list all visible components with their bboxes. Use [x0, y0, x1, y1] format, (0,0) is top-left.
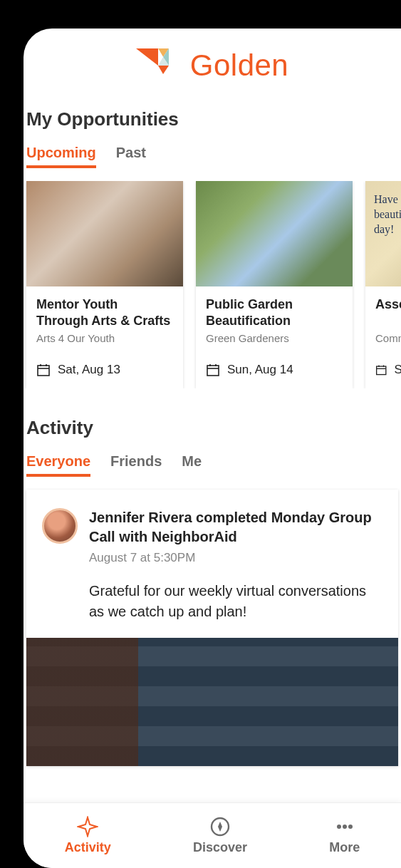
feed-header-text: Jennifer Rivera completed Monday Group C… — [89, 508, 382, 565]
calendar-icon — [206, 363, 220, 377]
activity-heading: Activity — [24, 417, 401, 439]
opportunity-title: Assemble & Deliver — [375, 296, 401, 329]
opportunity-card[interactable]: Mentor Youth Through Arts & Crafts Arts … — [26, 181, 183, 388]
opportunity-organization: Community — [375, 332, 401, 344]
note-handwriting: Have a beautiful day! — [374, 192, 401, 237]
more-icon — [334, 816, 355, 837]
svg-point-20 — [337, 825, 341, 829]
opportunity-organization: Green Gardeners — [206, 332, 343, 344]
bottom-nav: Activity Discover More — [24, 802, 401, 868]
svg-marker-0 — [136, 48, 158, 66]
app-screen: Golden My Opportunities Upcoming Past Me… — [24, 29, 401, 868]
opportunity-date: Sat — [394, 363, 401, 377]
tab-upcoming[interactable]: Upcoming — [26, 145, 96, 168]
calendar-icon — [36, 363, 51, 377]
opportunities-heading: My Opportunities — [24, 108, 401, 130]
feed-headline: Jennifer Rivera completed Monday Group C… — [89, 508, 382, 547]
tab-friends[interactable]: Friends — [110, 453, 162, 477]
svg-point-22 — [348, 825, 353, 829]
opportunity-image — [196, 181, 353, 286]
sparkle-icon — [77, 816, 98, 837]
opportunity-date-row: Sat — [375, 363, 401, 377]
opportunity-organization: Arts 4 Our Youth — [36, 332, 173, 344]
nav-activity[interactable]: Activity — [65, 816, 111, 855]
tab-me[interactable]: Me — [182, 453, 202, 477]
opportunity-image — [26, 181, 183, 286]
opportunity-date-row: Sun, Aug 14 — [206, 363, 343, 377]
svg-rect-10 — [207, 366, 219, 376]
opportunity-card[interactable]: Have a beautiful day! Assemble & Deliver… — [365, 181, 401, 388]
feed-header: Jennifer Rivera completed Monday Group C… — [42, 508, 382, 565]
brand-logo-icon — [136, 48, 180, 83]
opportunity-card[interactable]: Public Garden Beautification Green Garde… — [196, 181, 353, 388]
svg-marker-5 — [158, 66, 169, 74]
opportunity-title: Public Garden Beautification — [206, 296, 343, 329]
tab-everyone[interactable]: Everyone — [26, 453, 90, 477]
opportunity-body: Assemble & Deliver Community Sat — [365, 286, 401, 388]
nav-label: More — [329, 840, 360, 855]
opportunity-image: Have a beautiful day! — [365, 181, 401, 286]
opportunity-date-row: Sat, Aug 13 — [36, 363, 173, 377]
svg-rect-14 — [377, 366, 386, 375]
activity-tabs: Everyone Friends Me — [24, 453, 401, 477]
nav-more[interactable]: More — [329, 816, 360, 855]
brand-header: Golden — [24, 48, 401, 83]
nav-discover[interactable]: Discover — [193, 816, 247, 855]
svg-point-21 — [343, 825, 347, 829]
nav-label: Activity — [65, 840, 111, 855]
nav-label: Discover — [193, 840, 247, 855]
opportunity-title: Mentor Youth Through Arts & Crafts — [36, 296, 173, 329]
feed-item[interactable]: Jennifer Rivera completed Monday Group C… — [26, 490, 398, 766]
compass-icon — [209, 816, 231, 837]
opportunity-body: Mentor Youth Through Arts & Crafts Arts … — [26, 286, 183, 388]
feed-timestamp: August 7 at 5:30PM — [89, 551, 382, 565]
feed-body-text: Grateful for our weekly virtual conversa… — [89, 581, 382, 622]
opportunity-date: Sat, Aug 13 — [58, 363, 120, 377]
opportunity-date: Sun, Aug 14 — [227, 363, 293, 377]
svg-marker-19 — [218, 822, 222, 832]
avatar — [42, 508, 78, 544]
opportunity-body: Public Garden Beautification Green Garde… — [196, 286, 353, 388]
calendar-icon — [375, 363, 387, 377]
activity-section: Activity Everyone Friends Me Jennifer Ri… — [24, 417, 401, 766]
feed-image — [26, 638, 398, 766]
brand-name: Golden — [190, 48, 288, 83]
scroll-content: Golden My Opportunities Upcoming Past Me… — [24, 29, 401, 802]
opportunities-tabs: Upcoming Past — [24, 145, 401, 168]
svg-rect-6 — [38, 366, 49, 376]
opportunity-cards: Mentor Youth Through Arts & Crafts Arts … — [24, 181, 401, 388]
tab-past[interactable]: Past — [116, 145, 146, 168]
